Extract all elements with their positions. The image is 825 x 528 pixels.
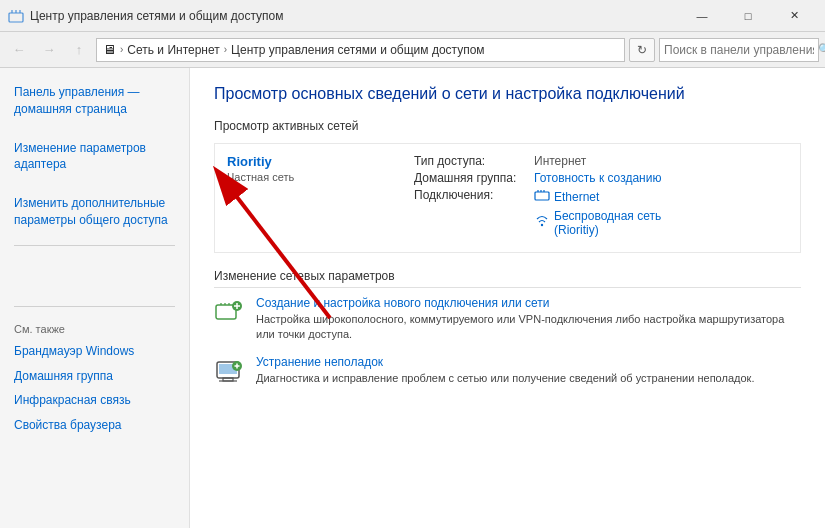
create-connection-desc: Настройка широкополосного, коммутируемог… [256, 313, 784, 340]
svg-rect-0 [9, 13, 23, 22]
sidebar-separator [14, 245, 175, 246]
wifi-link[interactable]: Беспроводная сеть(Rioritiy) [554, 209, 661, 237]
forward-button[interactable]: → [36, 37, 62, 63]
close-button[interactable]: ✕ [771, 0, 817, 32]
access-type-row: Тип доступа: Интернет [414, 154, 788, 168]
breadcrumb-network[interactable]: Сеть и Интернет [127, 43, 219, 57]
main-container: Панель управления —домашняя страница Изм… [0, 68, 825, 528]
change-settings-header: Изменение сетевых параметров [214, 269, 801, 288]
create-connection-icon [214, 296, 246, 328]
create-connection-text: Создание и настройка нового подключения … [256, 296, 801, 343]
up-button[interactable]: ↑ [66, 37, 92, 63]
sidebar-link-sharing[interactable]: Изменить дополнительные параметры общего… [0, 191, 189, 233]
network-name[interactable]: Rioritiy [227, 154, 414, 169]
troubleshoot-icon [214, 355, 246, 387]
sidebar-link-firewall[interactable]: Брандмауэр Windows [0, 339, 189, 364]
svg-rect-6 [535, 192, 549, 200]
troubleshoot-text: Устранение неполадок Диагностика и испра… [256, 355, 801, 386]
app-icon [8, 8, 24, 24]
search-input[interactable] [664, 43, 814, 57]
sidebar-separator-2 [14, 306, 175, 307]
minimize-button[interactable]: — [679, 0, 725, 32]
see-also-header: См. также [0, 319, 189, 339]
troubleshoot-item: Устранение неполадок Диагностика и испра… [214, 355, 801, 387]
sidebar-link-infrared[interactable]: Инфракрасная связь [0, 388, 189, 413]
homegroup-label: Домашняя группа: [414, 171, 534, 185]
active-networks-section: Rioritiy Частная сеть Тип доступа: Интер… [214, 143, 801, 253]
search-bar: 🔍 [659, 38, 819, 62]
access-value: Интернет [534, 154, 586, 168]
network-info: Тип доступа: Интернет Домашняя группа: Г… [414, 154, 788, 242]
sidebar: Панель управления —домашняя страница Изм… [0, 68, 190, 528]
ethernet-icon [534, 188, 550, 207]
breadcrumb-icon: 🖥 [103, 42, 116, 57]
change-settings-section: Изменение сетевых параметров Создан [214, 269, 801, 387]
title-bar-controls: — □ ✕ [679, 0, 817, 32]
connections-row: Подключения: Ethernet [414, 188, 788, 239]
back-button[interactable]: ← [6, 37, 32, 63]
title-bar-left: Центр управления сетями и общим доступом [8, 8, 284, 24]
breadcrumb-bar: 🖥 › Сеть и Интернет › Центр управления с… [96, 38, 625, 62]
refresh-button[interactable]: ↻ [629, 38, 655, 62]
network-type: Частная сеть [227, 171, 414, 183]
connections-list: Ethernet Беспроводная сеть(Rioritiy) [534, 188, 661, 239]
create-connection-item: Создание и настройка нового подключения … [214, 296, 801, 343]
svg-point-10 [541, 224, 543, 226]
wifi-icon [534, 213, 550, 232]
connections-label: Подключения: [414, 188, 534, 202]
maximize-button[interactable]: □ [725, 0, 771, 32]
address-bar: ← → ↑ 🖥 › Сеть и Интернет › Центр управл… [0, 32, 825, 68]
troubleshoot-desc: Диагностика и исправление проблем с сеть… [256, 372, 754, 384]
troubleshoot-link[interactable]: Устранение неполадок [256, 355, 801, 369]
window-title: Центр управления сетями и общим доступом [30, 9, 284, 23]
create-connection-link[interactable]: Создание и настройка нового подключения … [256, 296, 801, 310]
connection-wifi: Беспроводная сеть(Rioritiy) [534, 209, 661, 237]
sidebar-link-adapter[interactable]: Изменение параметров адаптера [0, 136, 189, 178]
connection-ethernet: Ethernet [534, 188, 661, 207]
ethernet-link[interactable]: Ethernet [554, 190, 599, 204]
sidebar-link-homegroup[interactable]: Домашняя группа [0, 364, 189, 389]
access-label: Тип доступа: [414, 154, 534, 168]
page-title: Просмотр основных сведений о сети и наст… [214, 84, 801, 105]
sidebar-link-home[interactable]: Панель управления —домашняя страница [0, 80, 189, 122]
homegroup-value[interactable]: Готовность к созданию [534, 171, 661, 185]
search-icon: 🔍 [818, 43, 825, 56]
content-area: Просмотр основных сведений о сети и наст… [190, 68, 825, 528]
homegroup-row: Домашняя группа: Готовность к созданию [414, 171, 788, 185]
title-bar: Центр управления сетями и общим доступом… [0, 0, 825, 32]
active-networks-header: Просмотр активных сетей [214, 119, 801, 133]
network-name-area: Rioritiy Частная сеть [227, 154, 414, 183]
sidebar-link-browser[interactable]: Свойства браузера [0, 413, 189, 438]
breadcrumb-current: Центр управления сетями и общим доступом [231, 43, 485, 57]
